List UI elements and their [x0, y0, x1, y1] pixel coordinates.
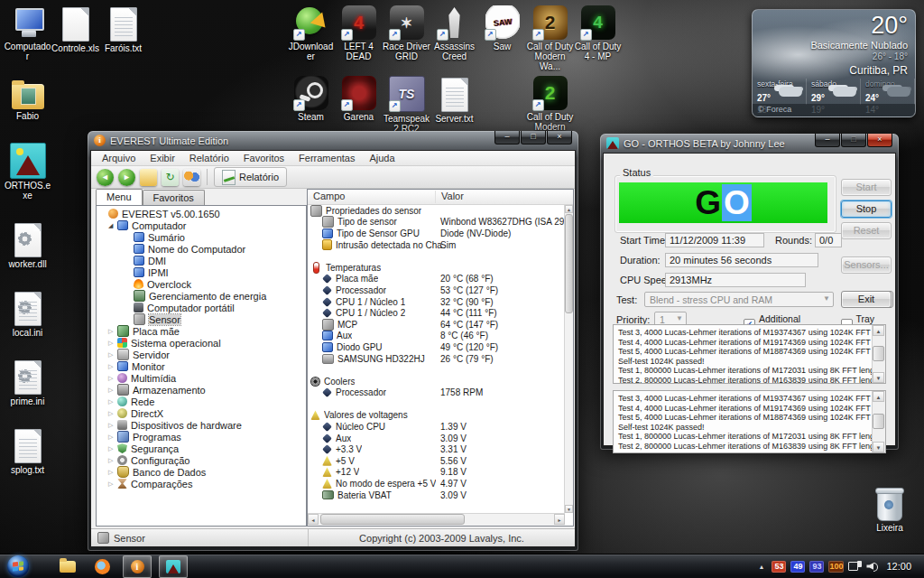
tray-sensor-badge[interactable]: 100 [828, 561, 844, 573]
desktop-icon[interactable]: Controle.xls [51, 5, 99, 61]
scroll-left-icon[interactable]: ◄ [308, 514, 319, 525]
log-scrollbar[interactable]: ▲ ▼ [872, 391, 885, 452]
tray-sensor-badge[interactable]: 49 [790, 561, 805, 573]
sensor-row[interactable]: Placa mãe 20 °C (68 °F) [308, 274, 565, 285]
scrollbar-thumb[interactable] [873, 346, 884, 361]
tree-item[interactable]: Rede [97, 396, 306, 407]
expander-icon[interactable] [108, 445, 117, 452]
forward-button[interactable]: ► [118, 169, 135, 186]
scroll-down-icon[interactable]: ▼ [873, 442, 884, 452]
sensor-row[interactable]: Aux 8 °C (46 °F) [308, 331, 565, 342]
expander-icon[interactable] [108, 351, 117, 359]
expander-icon[interactable] [108, 410, 117, 417]
expander-icon[interactable] [108, 480, 117, 488]
sensor-row[interactable]: Coolers [308, 376, 565, 387]
volume-icon[interactable] [866, 561, 878, 572]
expander-icon[interactable] [108, 387, 117, 394]
sensor-row[interactable]: Propriedades do sensor [308, 205, 565, 217]
scroll-up-icon[interactable]: ▲ [873, 325, 884, 336]
sensor-row[interactable]: Processador 53 °C (127 °F) [308, 284, 565, 296]
orthos-button[interactable]: Stop [841, 200, 892, 218]
menu-item[interactable]: Relatório [182, 153, 236, 163]
expander-icon[interactable] [108, 457, 117, 464]
tray-expand-icon[interactable]: ▲ [756, 564, 768, 570]
menu-item[interactable]: Ajuda [362, 153, 402, 163]
tree-item[interactable]: Programas [97, 431, 306, 443]
desktop-icon[interactable]: local.ini [4, 290, 51, 338]
sensor-row[interactable]: Núcleo CPU 1.39 V [308, 421, 565, 433]
sensor-row[interactable]: Diodo GPU 49 °C (120 °F) [308, 341, 565, 353]
minimize-button[interactable]: – [494, 131, 520, 144]
desktop-icon[interactable]: ↗ Assassins Creed [430, 5, 478, 71]
everest-titlebar[interactable]: i EVEREST Ultimate Edition – □ × [90, 131, 576, 150]
sensor-row[interactable]: +5 V 5.56 V [308, 455, 565, 467]
sensor-row[interactable]: Temperaturas [308, 262, 565, 274]
report-button[interactable]: Relatório [214, 167, 287, 187]
scroll-up-icon[interactable]: ▲ [565, 205, 573, 213]
desktop-icon[interactable]: worker.dll [4, 221, 51, 269]
tree-item[interactable]: Dispositivos de hardware [97, 419, 306, 431]
sensor-row[interactable]: Processador 1758 RPM [308, 387, 565, 399]
orthos-log-2[interactable]: Test 3, 4000 Lucas-Lehmer iterations of … [613, 390, 886, 453]
tree-item[interactable]: Overclock [97, 278, 306, 290]
expander-icon[interactable] [108, 422, 117, 429]
tree-item[interactable]: Nome do Computador [97, 243, 306, 255]
orthos-button[interactable]: Sensors... [841, 256, 892, 274]
recycle-bin[interactable]: Lixeira [863, 490, 917, 533]
tree-item[interactable]: Sumário [97, 231, 306, 243]
tree-item[interactable]: EVEREST v5.00.1650 [97, 208, 306, 219]
start-button[interactable] [7, 555, 29, 577]
expander-icon[interactable] [108, 222, 117, 229]
desktop-icon[interactable]: Fabio [4, 78, 51, 121]
tray-sensor-badge[interactable]: 93 [809, 561, 824, 573]
up-folder-button[interactable] [140, 169, 157, 186]
sensor-row[interactable]: Tipo de Sensor GPU Diode (NV-Diode) [308, 228, 565, 239]
expander-icon[interactable] [108, 340, 117, 347]
log-scrollbar[interactable]: ▲ ▼ [872, 325, 885, 383]
taskbar-clock[interactable]: 12:00 [882, 561, 919, 572]
sensor-row[interactable]: Intrusão detectada no Chassis Sim [308, 239, 565, 251]
scrollbar-thumb[interactable] [320, 514, 465, 525]
expander-icon[interactable] [108, 469, 117, 476]
close-button[interactable]: × [547, 131, 572, 144]
desktop-icon[interactable]: Computador [4, 5, 51, 61]
close-button[interactable]: × [867, 134, 892, 147]
tree-item[interactable]: Servidor [97, 349, 306, 360]
desktop-icon[interactable]: 4 ↗ LEFT 4 DEAD [335, 5, 383, 71]
sensor-row[interactable]: Valores de voltagens [308, 410, 565, 422]
menu-item[interactable]: Favoritos [236, 153, 291, 163]
desktop-icon[interactable]: ✶ ↗ Race Driver GRID [383, 5, 430, 71]
sensor-row[interactable] [308, 398, 565, 410]
tree-item[interactable]: Computador portátil [97, 302, 306, 313]
tree-item[interactable]: Sistema operacional [97, 337, 306, 349]
minimize-button[interactable]: – [815, 134, 840, 147]
scrollbar-thumb[interactable] [565, 214, 573, 313]
back-button[interactable]: ◄ [97, 169, 114, 186]
taskbar-everest-button[interactable]: i [123, 555, 152, 578]
tree-item[interactable]: Gerenciamento de energia [97, 290, 306, 302]
tree-item[interactable]: Banco de Dados [97, 466, 306, 478]
tree-item[interactable]: Segurança [97, 443, 306, 454]
tab[interactable]: Favoritos [143, 190, 205, 205]
network-icon[interactable] [848, 561, 862, 572]
tree-item[interactable]: Placa mãe [97, 325, 306, 337]
desktop-icon[interactable]: SAW ↗ Saw [478, 5, 526, 71]
sensor-row[interactable]: No modo de espera +5 V 4.97 V [308, 478, 565, 489]
sensor-row[interactable]: Tipo de sensor Winbond W83627DHG (ISA 29… [308, 217, 565, 228]
sensor-row[interactable]: +12 V 9.18 V [308, 467, 565, 479]
tab[interactable]: Menu [96, 189, 143, 205]
tree-item[interactable]: Configuração [97, 454, 306, 466]
tray-sensor-badge[interactable]: 53 [772, 561, 786, 573]
expander-icon[interactable] [108, 398, 117, 406]
scroll-down-icon[interactable]: ▼ [565, 505, 573, 513]
tree-item[interactable]: Sensor [97, 313, 306, 325]
horizontal-scrollbar[interactable]: ◄ ► [308, 513, 565, 526]
desktop-icon[interactable]: ORTHOS.exe [4, 143, 51, 200]
sensor-row[interactable]: +3.3 V 3.31 V [308, 443, 565, 455]
menu-item[interactable]: Exibir [143, 153, 182, 163]
sensor-row[interactable]: MCP 64 °C (147 °F) [308, 319, 565, 331]
desktop-icon[interactable]: splog.txt [4, 427, 51, 475]
taskbar-explorer-button[interactable] [54, 556, 81, 577]
orthos-button[interactable]: Reset [841, 222, 892, 239]
scroll-down-icon[interactable]: ▼ [873, 372, 884, 383]
